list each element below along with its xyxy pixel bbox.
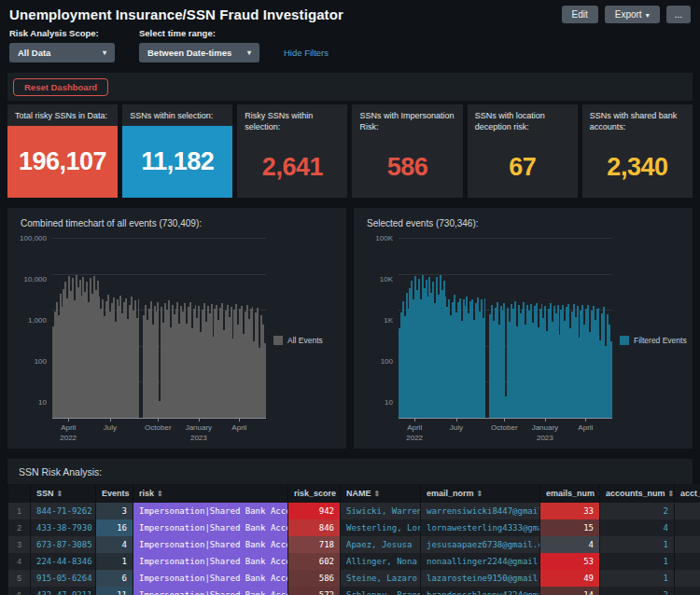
y-axis: 100,00010,0001,00010010: [15, 238, 52, 443]
cell-accounts-num[interactable]: 1: [600, 553, 675, 570]
cell-emails-num[interactable]: 4: [540, 536, 600, 553]
cell-events[interactable]: 1: [96, 553, 133, 570]
bar-series-all-events[interactable]: [52, 238, 266, 419]
kpi-value[interactable]: 11,182: [122, 126, 232, 198]
chevron-down-icon: ▾: [247, 48, 251, 57]
cell-email[interactable]: nonaallinger2244@gmail.com: [421, 553, 540, 570]
cell-name[interactable]: Steine, Lazaro: [341, 570, 421, 587]
kpi-impersonation-risk: SSNs with Impersonation Risk: 586: [352, 104, 462, 198]
chart-area: 100K10K1K10010 April 2022JulyOctoberJanu…: [361, 238, 683, 443]
header-label: emails_num: [546, 489, 595, 498]
cell-risk[interactable]: Impersonation|Shared Bank Account: [133, 519, 288, 536]
cell-accounts-num[interactable]: 4: [600, 519, 675, 536]
cell-risk-score[interactable]: 846: [288, 519, 341, 536]
cell-name[interactable]: Siwicki, Warren: [341, 503, 421, 519]
gridline: [52, 274, 266, 275]
cell-events[interactable]: 16: [96, 519, 133, 536]
kpi-value[interactable]: 196,107: [7, 126, 118, 198]
y-axis-tick-label: 10K: [380, 275, 393, 284]
time-range-dropdown[interactable]: Between Date-times ▾: [139, 43, 259, 62]
cell-name[interactable]: Allinger, Nona: [341, 553, 421, 570]
legend-item[interactable]: Filtered Events: [620, 336, 687, 345]
cell-risk[interactable]: Impersonation|Shared Bank Account: [133, 587, 288, 595]
row-number: 5: [8, 570, 31, 587]
legend-item[interactable]: All Events: [273, 336, 323, 345]
charts-row: Combined timechart of all events (730,40…: [7, 208, 693, 449]
header-label: Events: [102, 489, 130, 498]
cell-accounts-num[interactable]: 1: [600, 536, 675, 553]
cell-email[interactable]: jesusaapaez6738@gmail.com: [421, 536, 540, 553]
cell-ssn[interactable]: 433-38-7930: [31, 519, 96, 536]
header-emails-num[interactable]: emails_num⇕: [540, 484, 600, 503]
cell-acct-shared: [675, 553, 700, 570]
cell-ssn[interactable]: 844-71-9262: [31, 503, 96, 519]
kpi-value[interactable]: 2,641: [237, 136, 347, 198]
cell-events[interactable]: 3: [96, 503, 133, 519]
cell-emails-num[interactable]: 53: [540, 553, 600, 570]
header-email-norm[interactable]: email_norm⇕: [421, 484, 540, 503]
header-risk-score[interactable]: risk_score⇕: [288, 484, 341, 503]
table-title: SSN Risk Analysis:: [7, 459, 693, 484]
cell-emails-num[interactable]: 15: [540, 519, 600, 536]
bar: [484, 298, 486, 418]
sort-icon: ⇕: [668, 490, 675, 498]
cell-name[interactable]: Apaez, Jesusa: [341, 536, 421, 553]
kpi-label: Risky SSNs within selection:: [237, 104, 347, 136]
cell-emails-num[interactable]: 14: [540, 587, 600, 595]
bar-series-filtered-events[interactable]: [399, 238, 612, 419]
cell-risk-score[interactable]: 602: [288, 553, 341, 570]
more-options-button[interactable]: ...: [666, 6, 691, 23]
cell-events[interactable]: 6: [96, 570, 133, 587]
time-range-filter: Select time range: Between Date-times ▾: [139, 28, 259, 62]
reset-dashboard-button[interactable]: Reset Dashboard: [13, 78, 108, 96]
header-accounts-num[interactable]: accounts_num⇕: [600, 484, 675, 503]
edit-button[interactable]: Edit: [562, 6, 598, 23]
cell-email[interactable]: lornawesterling4333@gmail.com: [421, 519, 540, 536]
row-number: 6: [8, 587, 31, 595]
x-axis-tick-label: July: [450, 423, 463, 434]
header-name[interactable]: NAME⇕: [341, 484, 421, 503]
cell-risk-score[interactable]: 942: [288, 503, 341, 519]
header-label: email_norm: [427, 489, 474, 498]
table-header-row: SSN⇕ Events⇕ risk⇕ risk_score⇕ NAME⇕ ema…: [8, 484, 700, 503]
cell-emails-num[interactable]: 49: [540, 570, 600, 587]
kpi-value[interactable]: 2,340: [582, 136, 693, 198]
cell-ssn[interactable]: 432-47-9211: [31, 587, 96, 595]
legend-swatch-icon: [620, 336, 629, 345]
header-risk[interactable]: risk⇕: [133, 484, 288, 503]
cell-risk-score[interactable]: 586: [288, 570, 341, 587]
cell-accounts-num[interactable]: 2: [600, 587, 675, 595]
cell-emails-num[interactable]: 33: [540, 503, 600, 519]
cell-events[interactable]: 4: [96, 536, 133, 553]
cell-email[interactable]: lazarosteine9150@gmail.com: [421, 570, 540, 587]
kpi-total-risky-ssns: Total risky SSNs in Data: 196,107: [7, 104, 118, 198]
hide-filters-link[interactable]: Hide Filters: [284, 48, 329, 58]
scope-dropdown[interactable]: All Data ▾: [9, 43, 115, 62]
cell-ssn[interactable]: 224-44-8346: [31, 553, 96, 570]
cell-risk[interactable]: Impersonation|Shared Bank Account: [133, 553, 288, 570]
kpi-label: SSNs within selection:: [122, 104, 232, 126]
y-axis-tick-label: 10,000: [24, 275, 47, 284]
cell-accounts-num[interactable]: 1: [600, 570, 675, 587]
cell-ssn[interactable]: 673-87-3085: [31, 536, 96, 553]
cell-name[interactable]: Westerling, Lorna: [341, 519, 421, 536]
cell-email[interactable]: brandonschleppy4324@gmail.com: [421, 587, 540, 595]
kpi-value[interactable]: 67: [468, 136, 578, 198]
cell-accounts-num[interactable]: 2: [600, 503, 675, 519]
header-ssn[interactable]: SSN⇕: [31, 484, 96, 503]
cell-risk-score[interactable]: 718: [288, 536, 341, 553]
cell-risk[interactable]: Impersonation|Shared Bank Account: [133, 503, 288, 519]
cell-risk[interactable]: Impersonation|Shared Bank Account: [133, 570, 288, 587]
cell-risk[interactable]: Impersonation|Shared Bank Account: [133, 536, 288, 553]
cell-risk-score[interactable]: 572: [288, 587, 341, 595]
cell-ssn[interactable]: 915-05-6264: [31, 570, 96, 587]
plot-column: April 2022JulyOctoberJanuary 2023April: [52, 238, 266, 443]
x-axis-tick-label: April 2022: [60, 423, 77, 444]
kpi-value[interactable]: 586: [352, 136, 462, 198]
export-button[interactable]: Export▾: [605, 6, 660, 23]
header-events[interactable]: Events⇕: [96, 484, 133, 503]
cell-events[interactable]: 11: [96, 587, 133, 595]
cell-name[interactable]: Schleppy, Brandon: [341, 587, 421, 595]
cell-email[interactable]: warrensiwicki8447@gmail.com: [421, 503, 540, 519]
header-acct-shared[interactable]: acct_sha: [675, 484, 700, 503]
